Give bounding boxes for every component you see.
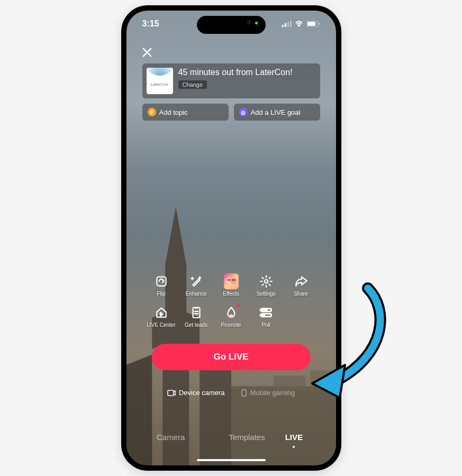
- promote-icon: [224, 306, 238, 319]
- tab-live[interactable]: LIVE: [283, 433, 305, 442]
- screen: 3:15 LaterCon 45 minutes out from LaterC…: [126, 11, 336, 465]
- change-button[interactable]: Change: [178, 80, 207, 89]
- promote-label: Promote: [221, 322, 241, 328]
- promote-button[interactable]: Promote: [214, 305, 249, 328]
- camera-icon: [167, 390, 176, 396]
- svg-rect-25: [242, 390, 246, 396]
- battery-icon: [306, 21, 320, 27]
- enhance-label: Enhance: [186, 291, 206, 297]
- svg-point-18: [232, 279, 233, 281]
- status-indicator-dot: [255, 22, 258, 24]
- poll-button[interactable]: Poll: [249, 305, 284, 328]
- svg-rect-21: [193, 307, 200, 318]
- svg-rect-8: [287, 22, 289, 27]
- add-topic-button[interactable]: # Add topic: [142, 104, 229, 121]
- svg-rect-24: [168, 390, 174, 396]
- svg-point-17: [229, 279, 231, 281]
- svg-point-16: [227, 279, 229, 281]
- mobile-icon: [241, 389, 247, 397]
- camera-mode-row: Device camera Mobile gaming: [126, 389, 336, 397]
- live-center-icon: [155, 306, 168, 319]
- wifi-icon: [295, 21, 303, 27]
- hashtag-icon: #: [148, 108, 156, 116]
- notch: [197, 16, 266, 34]
- add-live-goal-button[interactable]: ◎ Add a LIVE goal: [234, 104, 320, 121]
- mobile-gaming-label: Mobile gaming: [250, 389, 295, 397]
- svg-rect-12: [319, 23, 320, 25]
- svg-rect-9: [290, 21, 292, 27]
- flip-icon: [155, 274, 168, 288]
- thumbnail-label: LaterCon: [151, 82, 168, 87]
- get-leads-icon: [189, 306, 203, 319]
- add-topic-label: Add topic: [159, 108, 188, 116]
- content-area: LaterCon 45 minutes out from LaterCon! C…: [126, 11, 336, 465]
- poll-icon: [259, 306, 273, 319]
- live-center-button[interactable]: LIVE Center: [144, 305, 179, 328]
- target-icon: ◎: [239, 108, 248, 116]
- get-leads-button[interactable]: Get leads: [179, 305, 214, 328]
- svg-rect-13: [157, 277, 166, 286]
- title-thumbnail: LaterCon: [147, 68, 173, 94]
- flip-label: Flip: [157, 291, 165, 297]
- effects-icon: [224, 273, 239, 289]
- tool-grid: Flip Enhance Effects Settings: [144, 274, 319, 328]
- add-goal-label: Add a LIVE goal: [251, 108, 301, 116]
- status-time: 3:15: [142, 19, 159, 29]
- tab-camera[interactable]: Camera: [155, 433, 187, 442]
- notification-dot: [237, 304, 240, 307]
- close-icon: [141, 47, 153, 58]
- device-camera-mode[interactable]: Device camera: [167, 389, 225, 397]
- live-title-text: 45 minutes out from LaterCon!: [178, 68, 293, 77]
- svg-rect-7: [285, 23, 286, 27]
- settings-button[interactable]: Settings: [249, 274, 284, 297]
- effects-label: Effects: [223, 291, 239, 297]
- live-center-label: LIVE Center: [147, 322, 175, 328]
- go-live-button[interactable]: Go LIVE: [152, 344, 311, 370]
- svg-point-15: [230, 278, 237, 284]
- close-button[interactable]: [140, 45, 155, 60]
- tab-active-indicator: [293, 446, 295, 448]
- svg-rect-11: [307, 22, 315, 26]
- svg-rect-6: [282, 25, 284, 27]
- tab-live-label: LIVE: [285, 433, 303, 442]
- svg-point-20: [264, 280, 268, 283]
- enhance-icon: [189, 274, 203, 288]
- tab-templates[interactable]: Templates: [227, 433, 267, 442]
- get-leads-label: Get leads: [185, 322, 207, 328]
- svg-point-19: [233, 279, 235, 281]
- mobile-gaming-mode[interactable]: Mobile gaming: [241, 389, 295, 397]
- device-camera-label: Device camera: [179, 389, 225, 397]
- enhance-button[interactable]: Enhance: [179, 274, 214, 297]
- share-button[interactable]: Share: [284, 274, 319, 297]
- share-icon: [294, 274, 308, 288]
- share-label: Share: [294, 291, 308, 297]
- settings-icon: [259, 274, 273, 288]
- option-pills: # Add topic ◎ Add a LIVE goal: [142, 104, 320, 121]
- signal-icon: [282, 21, 292, 27]
- live-title-card[interactable]: LaterCon 45 minutes out from LaterCon! C…: [142, 63, 320, 98]
- effects-button[interactable]: Effects: [214, 274, 249, 297]
- phone-frame: 3:15 LaterCon 45 minutes out from LaterC…: [121, 5, 341, 471]
- flip-button[interactable]: Flip: [144, 274, 179, 297]
- camera-dot: [247, 20, 251, 24]
- home-indicator[interactable]: [197, 459, 266, 461]
- bottom-tabs: Camera Templates LIVE: [126, 433, 336, 442]
- poll-label: Poll: [261, 322, 270, 328]
- settings-label: Settings: [256, 291, 275, 297]
